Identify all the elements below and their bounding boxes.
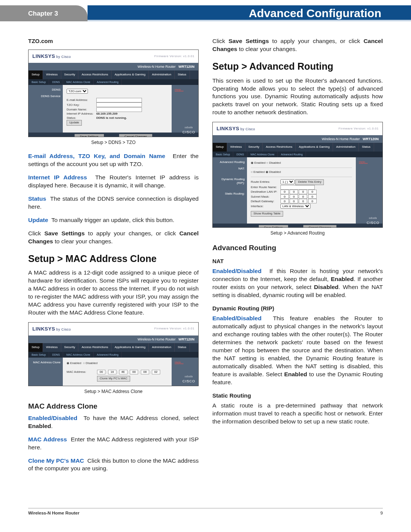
chapter-tab: Chapter 3: [0, 5, 88, 21]
domain-field[interactable]: [96, 107, 142, 112]
email-field[interactable]: [96, 98, 142, 102]
mac-intro: A MAC address is a 12-digit code assigne…: [28, 269, 199, 317]
p-status: Status The status of the DDNS service co…: [28, 195, 199, 211]
enabled-radio[interactable]: Enabled: [67, 361, 81, 365]
left-column: TZO.com LINKSYS by CiscoFirmware Version…: [28, 37, 199, 478]
p-update: Update To manually trigger an update, cl…: [28, 216, 199, 224]
cisco-logo: CISCO: [182, 126, 195, 134]
sr-heading: Static Routing: [212, 392, 383, 399]
advrouting-title: Setup > Advanced Routing: [212, 60, 383, 73]
mp1: Enabled/Disabled To have the MAC Address…: [28, 414, 199, 430]
right-column: Click Save Settings to apply your change…: [212, 37, 383, 478]
show-routing-table-button[interactable]: Show Routing Table: [251, 211, 283, 217]
mac-clone-title: Setup > MAC Address Clone: [28, 252, 199, 265]
figure-ddns-tzo: LINKSYS by CiscoFirmware Version: v1.0.0…: [28, 50, 199, 137]
sr-p: A static route is a pre-determined pathw…: [212, 402, 383, 426]
fig3-caption: Setup > Advanced Routing: [212, 230, 383, 236]
nat-p: Enabled/Disabled If this Router is hosti…: [212, 267, 383, 299]
fig2-caption: Setup > MAC Address Clone: [28, 388, 199, 395]
disabled-radio[interactable]: Disabled: [83, 361, 97, 365]
save-settings-button[interactable]: Save Settings: [75, 134, 104, 137]
ar-intro: This screen is used to set up the Router…: [212, 77, 383, 117]
cancel-changes-button[interactable]: Cancel Changes: [119, 134, 152, 137]
delete-entry-button[interactable]: Delete This Entry: [295, 179, 324, 185]
figure-adv-routing: LINKSYS by CiscoFirmware Version: v1.0.0…: [212, 122, 383, 228]
p-savecancel-left: Click Save Settings to apply your change…: [28, 230, 199, 246]
figure-mac-clone: LINKSYS by CiscoFirmware Version: v1.0.0…: [28, 322, 199, 386]
nat-heading: NAT: [212, 257, 383, 265]
footer-page-number: 9: [381, 511, 383, 515]
page-title: Advanced Configuration: [88, 5, 411, 21]
tzo-heading: TZO.com: [28, 37, 199, 45]
drip-p: Enabled/Disabled This feature enables th…: [212, 315, 383, 386]
fig1-caption: Setup > DDNS > TZO: [28, 139, 199, 145]
page-header: Chapter 3 Advanced Configuration: [0, 0, 411, 27]
mac-subheading: MAC Address Clone: [28, 401, 199, 411]
ar-subheading: Advanced Routing: [212, 243, 383, 253]
tab-setup: Setup: [29, 70, 43, 79]
help-link[interactable]: Help...: [175, 88, 183, 91]
tzo-key-field[interactable]: [96, 102, 142, 107]
mp2: MAC Address Enter the MAC Address regist…: [28, 436, 199, 452]
p-email: E-mail Address, TZO Key, and Domain Name…: [28, 152, 199, 168]
clone-mac-button[interactable]: Clone My PC's MAC: [97, 376, 130, 382]
footer-product: Wireless-N Home Router: [28, 511, 80, 515]
page-footer: Wireless-N Home Router 9: [28, 508, 383, 515]
mp3: Clone My PC's MAC Click this button to c…: [28, 457, 199, 473]
drip-heading: Dynamic Routing (RIP): [212, 305, 383, 312]
ddns-service-select[interactable]: TZO.com: [67, 89, 88, 94]
p-savecancel-right: Click Save Settings to apply your change…: [212, 37, 383, 53]
update-button[interactable]: Update: [67, 120, 82, 126]
p-ip: Internet IP Address The Router's Interne…: [28, 174, 199, 190]
